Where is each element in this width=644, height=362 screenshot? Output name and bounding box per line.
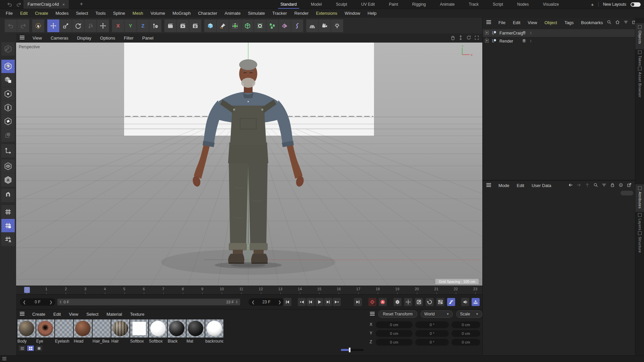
- timeline-frame-1[interactable]: 1: [45, 287, 47, 291]
- timeline-frame-23[interactable]: 23: [473, 287, 477, 291]
- material-item[interactable]: Eyelash: [55, 319, 73, 344]
- forward-icon[interactable]: [576, 182, 582, 189]
- layout-tab-model[interactable]: Model: [304, 0, 329, 9]
- render-picture-viewer-icon[interactable]: [177, 19, 189, 32]
- material-menu-select[interactable]: Select: [82, 312, 102, 317]
- menu-item-character[interactable]: Character: [194, 9, 221, 18]
- right-tab-structure[interactable]: Structure: [635, 229, 644, 253]
- menu-item-render[interactable]: Render: [290, 9, 312, 18]
- menu-item-tracker[interactable]: Tracker: [269, 9, 291, 18]
- material-thumbnail[interactable]: [17, 319, 36, 338]
- layout-toggle[interactable]: [631, 2, 641, 7]
- timeline-frame-12[interactable]: 12: [259, 287, 263, 291]
- record-target-icon[interactable]: [618, 182, 624, 189]
- menu-item-window[interactable]: Window: [341, 9, 364, 18]
- layout-tab-uv-edit[interactable]: UV Edit: [354, 0, 382, 9]
- layout-tab-nodes[interactable]: Nodes: [510, 0, 536, 9]
- right-tab-attributes[interactable]: Attributes: [635, 184, 644, 212]
- viewport-menu-panel[interactable]: Panel: [138, 36, 158, 41]
- material-item[interactable]: Hair_Bea: [93, 319, 111, 344]
- layout-tab-visualize[interactable]: Visualize: [536, 0, 566, 9]
- material-item[interactable]: Mat: [186, 319, 205, 344]
- keyframe-filter-icon[interactable]: [447, 298, 455, 306]
- icon-view-icon[interactable]: [27, 346, 34, 351]
- expand-icon[interactable]: [485, 39, 489, 44]
- render-settings-icon[interactable]: [189, 19, 201, 32]
- live-selection-icon[interactable]: [32, 19, 44, 32]
- tweak-mode-icon[interactable]: [1, 42, 15, 56]
- next-frame-icon[interactable]: [324, 298, 332, 306]
- menu-item-select[interactable]: Select: [72, 9, 92, 18]
- right-tab-asset-browser[interactable]: Asset Browser: [635, 65, 644, 99]
- range-end-grip[interactable]: 23 F ‖: [224, 300, 240, 304]
- timeline-frame-16[interactable]: 16: [337, 287, 341, 291]
- redo-icon[interactable]: [17, 19, 29, 32]
- attribute-menu-user-data[interactable]: User Data: [528, 183, 555, 188]
- timeline-frame-0[interactable]: 0: [26, 287, 28, 291]
- attribute-manager-menu-icon[interactable]: [486, 183, 491, 188]
- document-tab[interactable]: FarmerCraig.c4d ×: [23, 0, 69, 9]
- timeline-frame-9[interactable]: 9: [201, 287, 203, 291]
- render-view-icon[interactable]: [164, 19, 176, 32]
- right-tab-layers[interactable]: Layers: [635, 211, 644, 231]
- material-thumbnail[interactable]: [205, 319, 223, 338]
- viewport-menu-view[interactable]: View: [28, 36, 46, 41]
- material-thumbnail[interactable]: [36, 319, 54, 338]
- menu-item-mesh[interactable]: Mesh: [129, 9, 147, 18]
- orbit-icon[interactable]: [466, 35, 472, 42]
- viewport-solo-icon[interactable]: [1, 160, 15, 173]
- new-tab-icon[interactable]: +: [80, 1, 83, 7]
- frame-next-icon[interactable]: ❯: [46, 300, 55, 304]
- viewport-menu-options[interactable]: Options: [96, 36, 119, 41]
- search-icon[interactable]: [606, 19, 612, 26]
- menu-item-spline[interactable]: Spline: [109, 9, 129, 18]
- material-thumbnail[interactable]: [168, 319, 186, 338]
- go-to-end-icon[interactable]: [354, 298, 362, 306]
- current-frame-stepper[interactable]: ❮ 0 F ❯: [20, 298, 55, 306]
- layers-icon[interactable]: [522, 38, 527, 44]
- menu-item-extensions[interactable]: Extensions: [312, 9, 341, 18]
- layout-tab-paint[interactable]: Paint: [382, 0, 405, 9]
- material-menu-material[interactable]: Material: [103, 312, 126, 317]
- viewport-menu-display[interactable]: Display: [73, 36, 96, 41]
- material-menu-view[interactable]: View: [65, 312, 82, 317]
- timeline-frame-14[interactable]: 14: [298, 287, 302, 291]
- timeline-frame-17[interactable]: 17: [356, 287, 360, 291]
- timeline-frame-8[interactable]: 8: [182, 287, 184, 291]
- menu-item-volume[interactable]: Volume: [147, 9, 169, 18]
- viewport-menu-filter[interactable]: Filter: [119, 36, 138, 41]
- space-dropdown[interactable]: World▼: [421, 310, 453, 318]
- timeline-range-slider[interactable]: ‖ 0 F 23 F ‖: [57, 299, 240, 305]
- coordinate-system-icon[interactable]: [149, 19, 161, 32]
- axis-z-lock[interactable]: Z: [137, 19, 149, 32]
- keying-settings-icon[interactable]: [393, 298, 401, 306]
- list-view-icon[interactable]: [19, 346, 25, 351]
- timeline-frame-19[interactable]: 19: [395, 287, 399, 291]
- close-tab-icon[interactable]: ×: [62, 2, 65, 7]
- object-menu-view[interactable]: View: [524, 20, 541, 25]
- timeline-frame-6[interactable]: 6: [143, 287, 145, 291]
- timeline-ruler[interactable]: 01234567891011121314151617181920212223: [16, 286, 482, 295]
- pen-spline-icon[interactable]: [217, 19, 229, 32]
- texture-mode-icon[interactable]: [1, 73, 15, 87]
- move-tool-icon[interactable]: [97, 19, 109, 32]
- volume-icon[interactable]: [291, 19, 303, 32]
- layers-icon[interactable]: [522, 30, 527, 36]
- enable-axis-icon[interactable]: [1, 144, 15, 158]
- previous-key-icon[interactable]: [298, 298, 306, 306]
- expand-icon[interactable]: [485, 31, 489, 36]
- sound-icon[interactable]: [461, 298, 469, 306]
- undo-icon[interactable]: [7, 1, 13, 7]
- frame-next-icon[interactable]: ❯: [275, 300, 284, 304]
- coordinate-input[interactable]: 0 cm: [376, 339, 413, 346]
- object-row[interactable]: FarmerCraig: [483, 29, 635, 37]
- coordinate-input[interactable]: 0 °: [415, 321, 449, 328]
- menu-item-mograph[interactable]: MoGraph: [169, 9, 194, 18]
- add-layout-icon[interactable]: +: [591, 2, 594, 7]
- material-thumbnail[interactable]: [111, 319, 129, 338]
- menu-item-simulate[interactable]: Simulate: [244, 9, 269, 18]
- play-icon[interactable]: [315, 298, 323, 306]
- up-icon[interactable]: [585, 182, 590, 189]
- reset-transform-button[interactable]: Reset Transform: [378, 310, 417, 318]
- timeline-frame-21[interactable]: 21: [434, 287, 438, 291]
